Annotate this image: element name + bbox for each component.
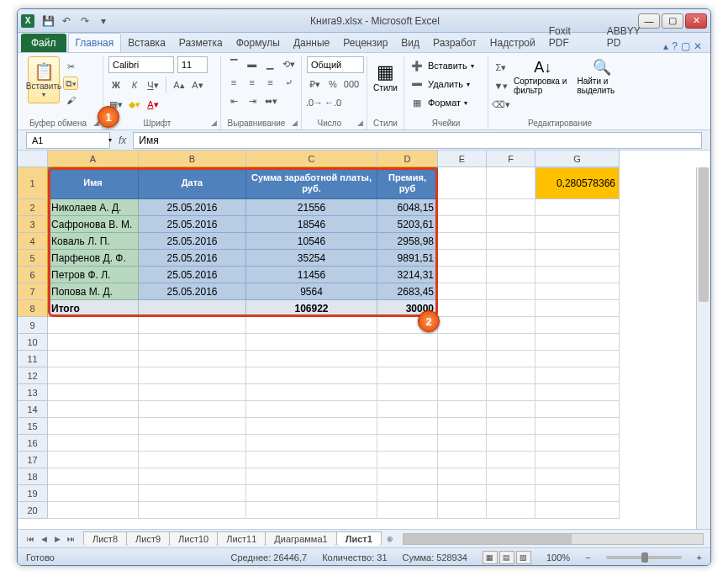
cell[interactable] [246, 384, 377, 401]
fill-color-button[interactable]: ◆▾ [127, 97, 142, 112]
row-header[interactable]: 15 [18, 418, 48, 435]
normal-view-button[interactable]: ▦ [483, 551, 498, 564]
number-dialog-launcher[interactable]: ◢ [357, 119, 363, 127]
cell[interactable] [438, 334, 487, 351]
cell-date[interactable]: 25.05.2016 [139, 250, 246, 267]
align-bottom-button[interactable]: ▁ [263, 56, 278, 71]
cell[interactable] [438, 199, 487, 216]
cell[interactable] [48, 367, 139, 384]
cell[interactable] [139, 418, 246, 435]
zoom-level[interactable]: 100% [546, 552, 570, 563]
align-left-button[interactable]: ≡ [226, 75, 241, 90]
cell[interactable] [535, 250, 620, 267]
cell[interactable] [487, 233, 535, 250]
name-box[interactable]: A1 [26, 132, 110, 149]
align-center-button[interactable]: ≡ [245, 75, 260, 90]
percent-button[interactable]: % [325, 77, 340, 92]
tab-developer[interactable]: Разработ [426, 34, 483, 52]
cell[interactable] [487, 435, 535, 452]
cell[interactable] [438, 283, 487, 300]
col-header-C[interactable]: C [246, 151, 377, 167]
cell[interactable] [48, 468, 139, 485]
font-name-selector[interactable]: Calibri [108, 56, 174, 73]
italic-button[interactable]: К [127, 77, 142, 92]
header-cell[interactable]: Дата [139, 167, 246, 199]
cell-salary[interactable]: 9564 [246, 283, 377, 300]
row-header[interactable]: 14 [18, 401, 48, 418]
vertical-scrollbar[interactable] [696, 167, 710, 529]
cell[interactable] [139, 452, 246, 468]
horizontal-scrollbar[interactable] [403, 533, 704, 545]
cell[interactable] [48, 485, 139, 502]
row-header[interactable]: 19 [18, 485, 48, 502]
row-header-1[interactable]: 1 [18, 167, 48, 199]
tab-formulas[interactable]: Формулы [229, 34, 287, 52]
cell[interactable] [139, 334, 246, 351]
cell-total-salary[interactable]: 106922 [246, 300, 377, 317]
alignment-dialog-launcher[interactable]: ◢ [292, 119, 298, 127]
cell[interactable] [377, 401, 438, 418]
first-sheet-button[interactable]: ⏮ [24, 533, 36, 545]
cell[interactable] [438, 167, 487, 199]
tab-home[interactable]: Главная [68, 33, 122, 52]
cell[interactable] [139, 435, 246, 452]
cell[interactable] [487, 250, 535, 267]
cell[interactable] [246, 418, 377, 435]
cell[interactable] [487, 502, 535, 519]
cell-name[interactable]: Петров Ф. Л. [48, 267, 139, 283]
cell[interactable] [438, 468, 487, 485]
cell-salary[interactable]: 11456 [246, 267, 377, 283]
cell[interactable] [246, 334, 377, 351]
cell[interactable] [246, 485, 377, 502]
tab-addins[interactable]: Надстрой [483, 34, 542, 52]
cell[interactable] [535, 502, 620, 519]
paste-button[interactable]: 📋 Вставить ▾ [28, 56, 60, 103]
cell[interactable] [487, 384, 535, 401]
clear-button[interactable]: ⌫▾ [493, 97, 509, 112]
save-button[interactable]: 💾 [40, 13, 56, 29]
cell-name[interactable]: Парфенов Д. Ф. [48, 250, 139, 267]
zoom-thumb[interactable] [641, 552, 648, 563]
font-size-selector[interactable]: 11 [177, 56, 208, 73]
cell[interactable] [139, 351, 246, 367]
cell[interactable] [438, 317, 487, 334]
page-layout-button[interactable]: ▤ [499, 551, 514, 564]
sheet-tab[interactable]: Лист1 [336, 531, 382, 546]
cell[interactable] [535, 283, 620, 300]
header-cell[interactable]: Премия, руб [377, 167, 438, 199]
cell[interactable] [377, 351, 438, 367]
align-right-button[interactable]: ≡ [263, 75, 278, 90]
row-header[interactable]: 16 [18, 435, 48, 452]
cell[interactable] [487, 300, 535, 317]
cell[interactable] [139, 485, 246, 502]
cell[interactable] [535, 334, 620, 351]
zoom-slider[interactable] [606, 556, 682, 559]
minimize-ribbon-icon[interactable]: ▴ [663, 40, 668, 52]
tab-layout[interactable]: Разметка [172, 34, 229, 52]
cell-G1[interactable]: 0,280578366 [535, 167, 620, 199]
row-header[interactable]: 5 [18, 250, 48, 267]
fill-button[interactable]: ▼▾ [493, 78, 509, 93]
row-header[interactable]: 11 [18, 351, 48, 367]
sheet-tab[interactable]: Лист10 [169, 531, 218, 546]
cell[interactable] [48, 502, 139, 519]
cell[interactable] [377, 435, 438, 452]
zoom-out-button[interactable]: − [585, 552, 590, 563]
cell-bonus[interactable]: 5203,61 [377, 216, 438, 233]
row-header[interactable]: 9 [18, 317, 48, 334]
comma-button[interactable]: 000 [344, 77, 359, 92]
cell-salary[interactable]: 35254 [246, 250, 377, 267]
insert-cells-button[interactable]: ➕ [409, 58, 425, 73]
cell[interactable] [535, 267, 620, 283]
cell[interactable] [487, 283, 535, 300]
cell-total-label[interactable]: Итого [48, 300, 139, 317]
cell[interactable] [487, 485, 535, 502]
align-top-button[interactable]: ▔ [226, 56, 241, 71]
cell[interactable] [139, 502, 246, 519]
cell[interactable] [487, 167, 535, 199]
cell[interactable] [48, 452, 139, 468]
cell[interactable] [487, 367, 535, 384]
page-break-button[interactable]: ▧ [516, 551, 531, 564]
cell[interactable] [487, 267, 535, 283]
formula-bar[interactable]: Имя [133, 132, 702, 149]
